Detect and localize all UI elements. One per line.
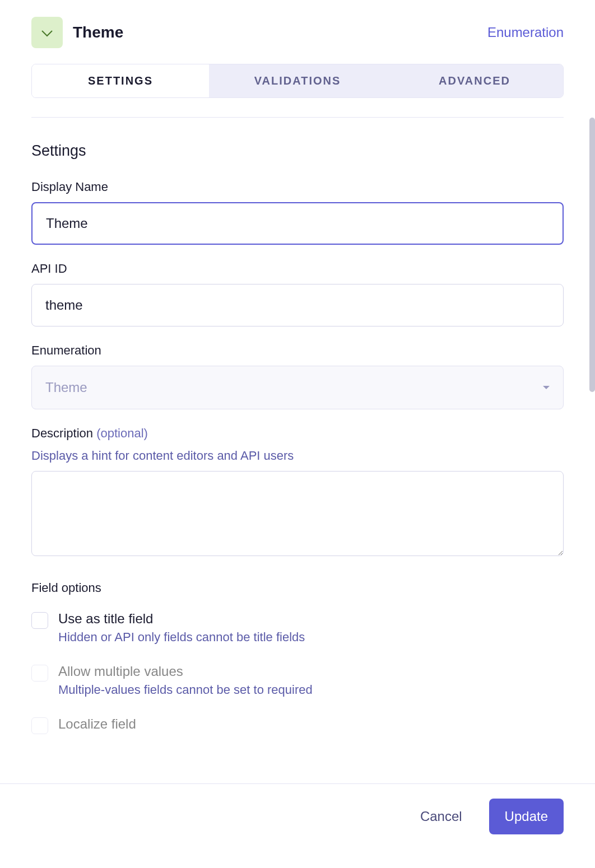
section-title: Settings	[31, 142, 564, 160]
tabs: SETTINGS VALIDATIONS ADVANCED	[31, 64, 564, 98]
display-name-input[interactable]	[31, 202, 564, 245]
footer: Cancel Update	[0, 783, 595, 868]
enumeration-select[interactable]: Theme	[31, 366, 564, 409]
allow-multiple-checkbox	[31, 665, 48, 682]
field-type-label: Enumeration	[487, 25, 564, 40]
chevron-down-icon	[543, 386, 550, 389]
description-label: Description (optional)	[31, 426, 564, 441]
description-helper: Displays a hint for content editors and …	[31, 449, 564, 463]
description-textarea[interactable]	[31, 471, 564, 556]
api-id-label: API ID	[31, 262, 564, 276]
scrollbar[interactable]	[589, 118, 595, 392]
allow-multiple-help: Multiple-values fields cannot be set to …	[58, 683, 564, 697]
field-options-title: Field options	[31, 581, 564, 595]
enumeration-type-icon	[31, 17, 63, 48]
header: Theme Enumeration SETTINGS VALIDATIONS A…	[0, 0, 595, 118]
display-name-label: Display Name	[31, 180, 564, 194]
cancel-button[interactable]: Cancel	[410, 801, 472, 832]
allow-multiple-label: Allow multiple values	[58, 664, 564, 679]
localize-label: Localize field	[58, 716, 564, 732]
enumeration-label: Enumeration	[31, 343, 564, 358]
update-button[interactable]: Update	[489, 799, 564, 834]
tab-advanced[interactable]: ADVANCED	[386, 64, 563, 97]
use-as-title-help: Hidden or API only fields cannot be titl…	[58, 630, 564, 645]
tab-validations[interactable]: VALIDATIONS	[209, 64, 386, 97]
api-id-input[interactable]	[31, 284, 564, 326]
description-optional: (optional)	[96, 426, 148, 440]
localize-checkbox	[31, 717, 48, 734]
use-as-title-checkbox[interactable]	[31, 612, 48, 629]
enumeration-selected: Theme	[45, 380, 87, 395]
tab-settings[interactable]: SETTINGS	[32, 64, 209, 97]
use-as-title-label: Use as title field	[58, 611, 564, 627]
page-title: Theme	[73, 24, 123, 41]
